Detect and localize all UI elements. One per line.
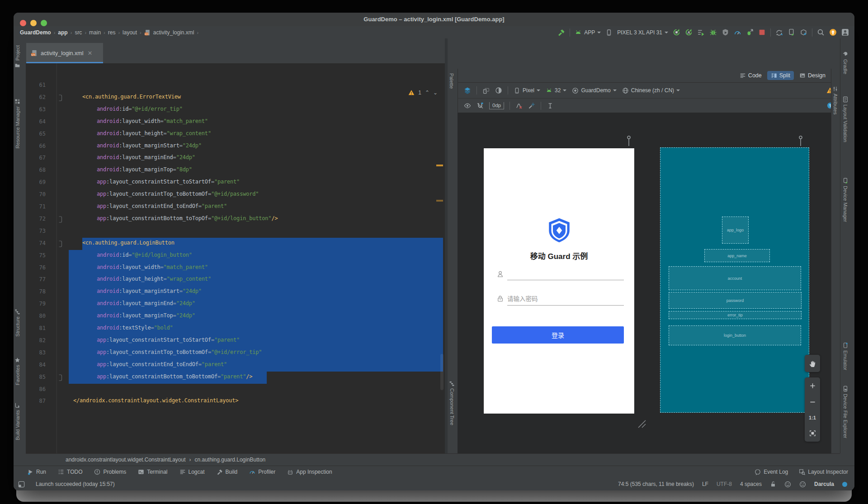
tool-window-tab-favorites[interactable]: Favorites xyxy=(14,357,20,385)
zoom-reset-button[interactable]: 1:1 xyxy=(809,415,816,420)
tab-close-icon[interactable]: ✕ xyxy=(87,50,92,57)
gradle-sync-icon[interactable] xyxy=(775,28,783,36)
code-line-80[interactable]: 80android:layout_marginTop="24dp" xyxy=(26,311,445,323)
mode-button-split[interactable]: Split xyxy=(767,71,794,80)
code-line-62[interactable]: 62<cn.authing.guard.ErrorTextView xyxy=(26,92,445,104)
code-line-74[interactable]: 74<cn.authing.guard.LoginButton xyxy=(26,238,445,250)
inspection-widget[interactable]: 1 ⌃ ⌄ xyxy=(408,89,438,96)
blueprint-view-password[interactable]: password xyxy=(669,292,802,309)
device-select[interactable]: Pixel xyxy=(514,87,540,94)
tool-window-button-terminal[interactable]: Terminal xyxy=(138,469,167,475)
palette-tab[interactable]: Palette xyxy=(449,73,454,89)
caret-position[interactable]: 74:5 (535 chars, 11 line breaks) xyxy=(618,481,694,487)
orientation-icon[interactable] xyxy=(482,87,490,94)
scrollbar-warning-mark[interactable] xyxy=(436,165,443,166)
code-line-79[interactable]: 79android:layout_marginEnd="24dp" xyxy=(26,298,445,311)
profiler-gauge-icon[interactable] xyxy=(734,28,741,36)
login-button-preview[interactable]: 登录 xyxy=(492,326,624,344)
code-editor[interactable]: 6162<cn.authing.guard.ErrorTextView63and… xyxy=(26,63,445,453)
code-line-84[interactable]: 84app:layout_constraintEnd_toEndOf="pare… xyxy=(26,359,445,372)
text-size-icon[interactable] xyxy=(547,102,554,109)
code-line-66[interactable]: 66android:layout_marginStart="24dp" xyxy=(26,141,445,153)
xml-breadcrumb-item[interactable]: androidx.constraintlayout.widget.Constra… xyxy=(66,457,186,463)
avatar-icon[interactable] xyxy=(841,28,849,36)
breadcrumb-item[interactable]: activity_login.xml xyxy=(153,29,194,36)
code-line-73[interactable]: 73 xyxy=(26,226,445,238)
mode-button-code[interactable]: Code xyxy=(736,71,765,80)
stop-icon[interactable] xyxy=(758,28,766,36)
infer-constraints-icon[interactable] xyxy=(528,102,535,109)
code-line-85[interactable]: 85app:layout_constraintBottom_toBottomOf… xyxy=(26,372,445,384)
view-options-icon[interactable] xyxy=(464,102,471,109)
readonly-toggle-icon[interactable] xyxy=(770,481,776,487)
code-line-83[interactable]: 83app:layout_constraintTop_toBottomOf="@… xyxy=(26,347,445,359)
zoom-out-button[interactable] xyxy=(809,399,816,405)
password-hint[interactable]: 请输入密码 xyxy=(507,294,538,303)
tool-window-button-event-log[interactable]: Event Log xyxy=(755,469,788,475)
apply-changes-icon[interactable] xyxy=(697,28,705,36)
run-apply-icon[interactable]: A xyxy=(685,28,693,36)
run-restart-icon[interactable] xyxy=(673,28,680,36)
code-line-63[interactable]: 63android:id="@+id/error_tip" xyxy=(26,104,445,116)
file-encoding[interactable]: UTF-8 xyxy=(717,481,732,487)
tool-window-tab-structure[interactable]: Structure xyxy=(14,309,20,337)
tool-window-button-build[interactable]: Build xyxy=(217,469,238,475)
code-line-67[interactable]: 67android:layout_marginEnd="24dp" xyxy=(26,152,445,165)
sdk-download-icon[interactable] xyxy=(800,28,807,36)
design-blueprint-mode-icon[interactable] xyxy=(464,87,471,94)
code-line-76[interactable]: 76android:layout_width="match_parent" xyxy=(26,262,445,274)
tool-window-toggle-icon[interactable] xyxy=(18,481,25,488)
xml-breadcrumb-item[interactable]: cn.authing.guard.LoginButton xyxy=(195,457,266,463)
blueprint-view-account[interactable]: account xyxy=(669,266,801,290)
design-preview-canvas[interactable]: 移动 Guard 示例 请输入密码 登录 xyxy=(484,148,634,414)
attach-debugger-icon[interactable] xyxy=(746,28,754,36)
code-line-70[interactable]: 70app:layout_constraintTop_toBottomOf="@… xyxy=(26,189,445,201)
zoom-to-fit-button[interactable] xyxy=(809,430,816,437)
blueprint-view-error_tip[interactable]: error_tip xyxy=(669,311,802,319)
code-line-77[interactable]: 77android:layout_height="wrap_content" xyxy=(26,274,445,286)
mode-button-design[interactable]: Design xyxy=(796,71,829,80)
code-line-64[interactable]: 64android:layout_width="match_parent" xyxy=(26,116,445,128)
editor-scrollbar[interactable] xyxy=(440,354,443,390)
blueprint-view-app_logo[interactable]: app_logo xyxy=(722,217,749,244)
code-line-86[interactable]: 86 xyxy=(26,384,445,396)
account-input-underline[interactable] xyxy=(507,280,624,280)
debug-bug-icon[interactable] xyxy=(709,28,717,36)
tool-window-tab-device-file-explorer[interactable]: Device File Explorer xyxy=(842,386,849,438)
device-picker-icon[interactable] xyxy=(605,29,613,36)
tool-window-button-run[interactable]: Run xyxy=(27,469,46,475)
canvas-resize-handle[interactable] xyxy=(637,419,646,429)
tool-window-tab-layout-validation[interactable]: Layout Validation xyxy=(842,96,849,142)
theme-select[interactable]: GuardDemo xyxy=(572,87,616,94)
run-configuration-select[interactable]: APP xyxy=(575,29,601,36)
device-manager-icon[interactable] xyxy=(788,28,795,36)
indent-setting[interactable]: 4 spaces xyxy=(740,481,762,487)
tool-window-tab-device-manager[interactable]: Device Manager xyxy=(842,178,849,222)
profile-shield-icon[interactable] xyxy=(722,28,729,36)
code-line-78[interactable]: 78android:layout_marginStart="24dp" xyxy=(26,286,445,298)
tab-activity-login-xml[interactable]: </> activity_login.xml ✕ xyxy=(26,43,103,63)
tool-window-button-profiler[interactable]: Profiler xyxy=(249,469,275,475)
zoom-in-button[interactable] xyxy=(809,382,816,389)
breadcrumb-item[interactable]: main xyxy=(89,29,101,36)
scrollbar-warning-mark[interactable] xyxy=(436,200,443,202)
breadcrumb-item[interactable]: app xyxy=(58,29,67,36)
autoconnect-icon[interactable] xyxy=(476,102,484,109)
code-line-81[interactable]: 81android:textStyle="bold" xyxy=(26,323,445,335)
next-issue-icon[interactable]: ⌄ xyxy=(433,89,438,96)
fold-marker-icon[interactable] xyxy=(58,94,62,103)
breadcrumb-item[interactable]: layout xyxy=(123,29,137,36)
api-level-select[interactable]: 32 xyxy=(546,87,566,94)
tool-window-tab-resource-manager[interactable]: Resource Manager xyxy=(14,99,20,149)
component-tree-tab[interactable]: Component Tree xyxy=(449,381,455,425)
tool-window-tab-gradle[interactable]: Gradle xyxy=(842,51,849,74)
code-line-65[interactable]: 65android:layout_height="wrap_content" xyxy=(26,128,445,141)
search-icon[interactable] xyxy=(817,28,825,36)
tool-window-button-todo[interactable]: TODO xyxy=(58,469,82,475)
code-line-61[interactable]: 61 xyxy=(26,80,445,92)
build-hammer-icon[interactable] xyxy=(557,28,565,36)
tool-window-tab-emulator[interactable]: Emulator xyxy=(842,342,849,370)
prev-issue-icon[interactable]: ⌃ xyxy=(425,89,429,96)
target-device-select[interactable]: PIXEL 3 XL API 31 xyxy=(617,29,668,36)
code-line-75[interactable]: 75android:id="@+id/login_button" xyxy=(26,250,445,262)
